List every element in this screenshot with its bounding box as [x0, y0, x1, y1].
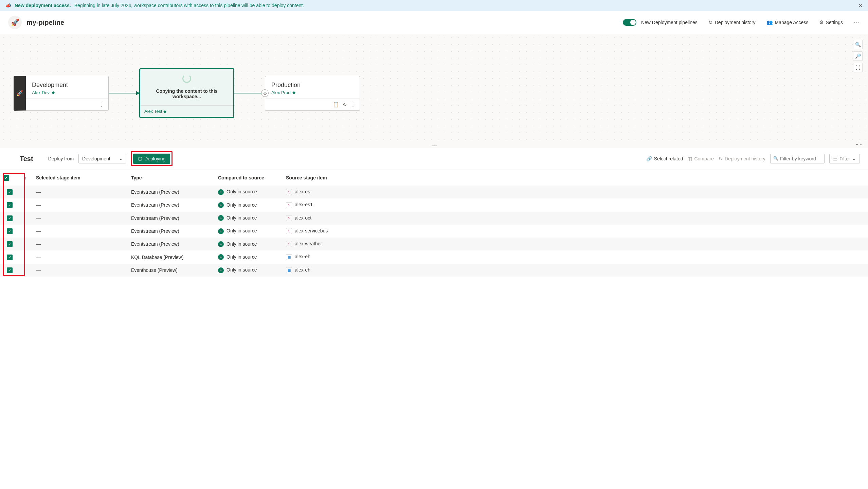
zoom-out-button[interactable]: 🔎	[853, 51, 863, 61]
items-toolbar: Test Deploy from Development Deploying 🔗…	[0, 148, 868, 170]
plus-icon: +	[218, 254, 224, 260]
banner-text: Beginning in late July 2024, workspace c…	[74, 3, 304, 8]
spinner-icon	[138, 157, 142, 161]
close-icon[interactable]: ✕	[858, 2, 863, 9]
row-checkbox[interactable]: ✓	[7, 255, 13, 260]
history-icon[interactable]: ↻	[343, 102, 347, 108]
column-compared[interactable]: Compared to source	[215, 170, 283, 186]
row-checkbox[interactable]: ✓	[7, 215, 13, 221]
highlight-box: Deploying	[131, 151, 173, 166]
compared-status: +Only in source	[215, 250, 283, 263]
toolbar-title: Test	[20, 155, 33, 163]
people-icon: 👥	[766, 19, 773, 25]
zoom-controls: 🔍 🔎 ⛶	[853, 40, 863, 72]
plus-icon: +	[218, 228, 224, 234]
compare-icon: ▥	[688, 156, 692, 161]
row-checkbox[interactable]: ✓	[7, 202, 13, 208]
stage-footer: Alex Test ◆	[140, 105, 233, 117]
stage-production[interactable]: ⊘ Production Alex Prod◆ 📋 ↻ ⋮	[265, 76, 360, 111]
column-selected[interactable]: Selected stage item	[33, 170, 128, 186]
page-header: 🚀 my-pipeline New Deployment pipelines ↻…	[0, 11, 868, 34]
column-type[interactable]: Type	[128, 170, 215, 186]
selected-item: —	[36, 267, 41, 273]
table-row[interactable]: ✓—Eventstream (Preview)+Only in source∿a…	[0, 186, 868, 198]
source-item: ∿alex-servicebus	[283, 225, 868, 238]
select-related-button[interactable]: 🔗 Select related	[646, 156, 683, 161]
row-checkbox[interactable]: ✓	[7, 267, 13, 273]
chevron-down-icon: ⌄	[852, 156, 856, 161]
compared-status: +Only in source	[215, 186, 283, 198]
table-row[interactable]: ✓—Eventstream (Preview)+Only in source∿a…	[0, 212, 868, 225]
row-checkbox[interactable]: ✓	[7, 241, 13, 247]
column-source[interactable]: Source stage item	[283, 170, 868, 186]
filter-icon: ☰	[833, 156, 837, 161]
stage-title: Development	[32, 82, 102, 89]
item-type-icon: ▦	[286, 267, 292, 273]
table-row[interactable]: ✓—Eventhouse (Preview)+Only in source▦al…	[0, 264, 868, 277]
row-checkbox[interactable]: ✓	[7, 189, 13, 195]
table-row[interactable]: ✓—Eventstream (Preview)+Only in source∿a…	[0, 198, 868, 211]
page-title: my-pipeline	[26, 19, 64, 27]
source-item: ∿alex-es1	[283, 198, 868, 211]
info-banner: 📣 New deployment access. Beginning in la…	[0, 0, 868, 11]
stage-development[interactable]: 🚀 Development Alex Dev◆ ⋮	[14, 76, 109, 111]
source-item: ▦alex-eh	[283, 250, 868, 263]
sort-icon[interactable]: ↕	[24, 175, 27, 180]
more-icon[interactable]: ⋯	[854, 19, 860, 26]
filter-input[interactable]	[780, 156, 821, 161]
stage-test[interactable]: Copying the content to this workspace...…	[139, 68, 234, 118]
table-row[interactable]: ✓—KQL Database (Preview)+Only in source▦…	[0, 250, 868, 263]
stage-footer: 📋 ↻ ⋮	[265, 99, 360, 110]
selected-item: —	[36, 255, 41, 260]
select-all-checkbox[interactable]: ✓	[3, 175, 9, 181]
fit-button[interactable]: ⛶	[853, 63, 863, 72]
deployment-history-link[interactable]: ↻ Deployment history	[708, 19, 756, 25]
deployment-history-button[interactable]: ↻ Deployment history	[719, 156, 765, 161]
gear-icon: ⚙	[819, 19, 824, 25]
deploy-from-label: Deploy from	[48, 156, 74, 161]
compared-status: +Only in source	[215, 198, 283, 211]
related-icon: 🔗	[646, 156, 652, 161]
row-checkbox[interactable]: ✓	[7, 228, 13, 234]
item-type-icon: ∿	[286, 202, 292, 208]
rules-icon[interactable]: 📋	[333, 102, 339, 108]
history-icon: ↻	[719, 156, 723, 161]
item-type-icon: ▦	[286, 254, 292, 260]
compared-status: +Only in source	[215, 225, 283, 238]
table-row[interactable]: ✓—Eventstream (Preview)+Only in source∿a…	[0, 225, 868, 238]
item-type: KQL Database (Preview)	[128, 250, 215, 263]
toggle-label: New Deployment pipelines	[641, 20, 698, 25]
deploy-from-select[interactable]: Development	[78, 154, 126, 163]
zoom-in-button[interactable]: 🔍	[853, 40, 863, 49]
item-type-icon: ∿	[286, 189, 292, 195]
panel-divider[interactable]: ══ ⌃⌃	[0, 143, 868, 148]
new-pipelines-toggle[interactable]	[623, 19, 636, 26]
rocket-icon: 🚀	[14, 90, 26, 97]
arrow-icon	[109, 93, 139, 93]
item-type-icon: ∿	[286, 228, 292, 234]
stage-workspace: Alex Dev◆	[32, 90, 102, 95]
stage-workspace: Alex Prod◆	[271, 90, 354, 95]
plus-icon: +	[218, 215, 224, 221]
item-type: Eventstream (Preview)	[128, 225, 215, 238]
drag-handle-icon[interactable]: ══	[432, 143, 436, 148]
items-table: ✓ ↕ Selected stage item Type Compared to…	[0, 170, 868, 277]
source-item: ∿alex-oct	[283, 212, 868, 225]
manage-access-link[interactable]: 👥 Manage Access	[766, 19, 809, 25]
more-vertical-icon[interactable]: ⋮	[350, 102, 356, 108]
stage-footer: ⋮	[26, 99, 108, 110]
compared-status: +Only in source	[215, 238, 283, 250]
filter-button[interactable]: ☰ Filter ⌄	[829, 154, 860, 163]
compare-button[interactable]: ▥ Compare	[688, 156, 714, 161]
compared-status: +Only in source	[215, 264, 283, 277]
stages-row: 🚀 Development Alex Dev◆ ⋮ Copying the co…	[14, 68, 854, 118]
more-vertical-icon[interactable]: ⋮	[99, 102, 104, 108]
deploy-button[interactable]: Deploying	[133, 154, 170, 164]
selected-item: —	[36, 228, 41, 234]
pipeline-icon: 🚀	[8, 16, 22, 29]
table-row[interactable]: ✓—Eventstream (Preview)+Only in source∿a…	[0, 238, 868, 250]
settings-link[interactable]: ⚙ Settings	[819, 19, 843, 25]
diamond-icon: ◆	[292, 90, 295, 95]
expand-icon[interactable]: ⌃⌃	[855, 143, 863, 148]
pipeline-canvas: 🔍 🔎 ⛶ 🚀 Development Alex Dev◆ ⋮ Copying …	[0, 34, 868, 143]
